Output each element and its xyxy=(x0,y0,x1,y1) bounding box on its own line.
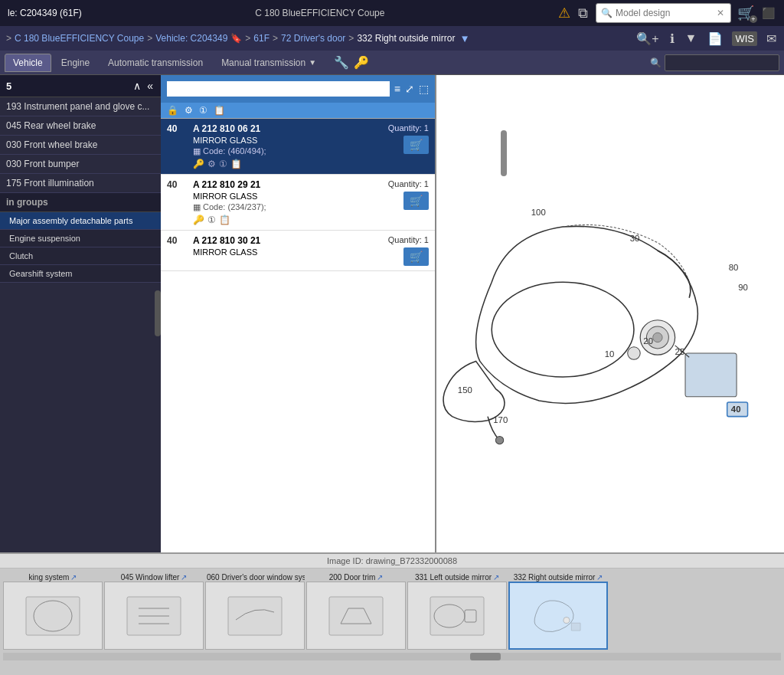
parts-search-input[interactable] xyxy=(167,81,390,97)
breadcrumb-current: 332 Right outside mirror xyxy=(357,33,455,44)
sidebar-item-2[interactable]: 030 Front wheel brake xyxy=(0,136,161,155)
tab-vehicle[interactable]: Vehicle xyxy=(5,54,51,72)
ext-link-icon-3[interactable]: ↗ xyxy=(377,573,383,582)
sidebar-scrollbar[interactable] xyxy=(155,290,161,336)
ext-link-icon-4[interactable]: ↗ xyxy=(493,573,499,582)
thumbnail-item-0[interactable]: king system ↗ xyxy=(3,572,103,650)
top-extra-button[interactable]: ⬛ xyxy=(760,5,776,21)
breadcrumb-vehicle-model[interactable]: C 180 BlueEFFICIENCY Coupe xyxy=(15,33,144,44)
part-icon-key-0[interactable]: 🔑 xyxy=(193,159,204,169)
list-view-icon[interactable]: ≡ xyxy=(394,83,400,95)
mirror-diagram xyxy=(443,224,737,444)
label-30: 30 xyxy=(630,234,640,243)
thumbnail-item-3[interactable]: 200 Door trim ↗ xyxy=(306,572,406,650)
diagram-panel: 100 30 80 90 10 20 25 150 170 40 xyxy=(436,75,784,552)
thumbnail-label-3: 200 Door trim ↗ xyxy=(328,572,385,582)
tab-manual[interactable]: Manual transmission ▼ xyxy=(213,54,325,72)
part-icon-gear-0[interactable]: ⚙ xyxy=(207,159,216,169)
scrollbar-thumb-h[interactable] xyxy=(470,653,501,660)
part-sub-icon-info[interactable]: ① xyxy=(199,105,207,116)
breadcrumb-drivers-door[interactable]: 72 Driver's door xyxy=(281,33,345,44)
thumbnail-label-2: 060 Driver's door window system ↗ xyxy=(205,572,305,582)
part-sub-icon-settings[interactable]: ⚙ xyxy=(185,105,193,116)
sidebar-item-1[interactable]: 045 Rear wheel brake xyxy=(0,116,161,136)
part-actions-1: Quantity: 1 🛒 xyxy=(388,179,429,210)
sidebar-double-left-btn[interactable]: « xyxy=(145,78,155,93)
label-40: 40 xyxy=(731,405,741,414)
detach-icon[interactable]: ⬚ xyxy=(419,83,429,95)
model-search-input[interactable] xyxy=(616,8,715,18)
ext-link-icon-5[interactable]: ↗ xyxy=(596,573,603,582)
breadcrumb-61f[interactable]: 61F xyxy=(253,33,270,44)
tab-manual-dropdown-icon[interactable]: ▼ xyxy=(309,58,316,67)
top-bar: le: C204349 (61F) C 180 BlueEFFICIENCY C… xyxy=(0,0,784,26)
tools2-icon[interactable]: 🔑 xyxy=(352,54,371,71)
filter-button[interactable]: ▼ xyxy=(684,30,699,47)
wis-button[interactable]: WIS xyxy=(732,31,757,46)
sidebar-sub-item-2[interactable]: Clutch xyxy=(0,247,161,265)
horizontal-scrollbar[interactable] xyxy=(3,653,781,660)
tab-engine[interactable]: Engine xyxy=(53,54,98,72)
ext-link-icon-0[interactable]: ↗ xyxy=(70,573,77,582)
nav-tabs: Vehicle Engine Automatic transmission Ma… xyxy=(0,51,784,75)
thumbnail-img-1 xyxy=(104,582,204,650)
ext-link-icon-1[interactable]: ↗ xyxy=(181,573,187,582)
part-icon-doc-0[interactable]: 📋 xyxy=(230,159,242,169)
thumbnail-label-1: 045 Window lifter ↗ xyxy=(119,572,189,582)
cart-button[interactable]: 🛒 + xyxy=(737,5,754,21)
part-qty-1: Quantity: 1 xyxy=(388,179,429,188)
tools-icon[interactable]: 🔧 xyxy=(332,54,351,71)
add-to-cart-btn-2[interactable]: 🛒 xyxy=(403,247,429,266)
vehicle-bookmark-icon[interactable]: 🔖 xyxy=(230,33,242,44)
part-icon-info-1[interactable]: ① xyxy=(207,215,216,225)
sidebar-item-label-2: 030 Front wheel brake xyxy=(6,139,97,150)
svg-rect-20 xyxy=(571,623,580,631)
thumbnail-item-1[interactable]: 045 Window lifter ↗ xyxy=(104,572,204,650)
svg-rect-14 xyxy=(228,597,282,635)
warning-icon[interactable]: ⚠ xyxy=(558,5,570,21)
copy-button[interactable]: ⧉ xyxy=(577,4,590,23)
part-detail-text-0: Code: (460/494); xyxy=(203,146,266,156)
part-detail-0: ▦ Code: (460/494); xyxy=(193,146,384,156)
add-to-cart-btn-0[interactable]: 🛒 xyxy=(403,136,429,154)
part-icon-doc-1[interactable]: 📋 xyxy=(219,215,230,225)
part-icon-key-1[interactable]: 🔑 xyxy=(193,215,204,225)
parts-scrollbar-thumb[interactable] xyxy=(501,130,507,176)
breadcrumb-sep-start: > xyxy=(6,33,11,44)
image-id-bar: Image ID: drawing_B72332000088 xyxy=(0,554,784,569)
sidebar-collapse-btn[interactable]: ∧ xyxy=(132,78,142,93)
add-to-cart-btn-1[interactable]: 🛒 xyxy=(403,192,429,210)
part-row-2[interactable]: 40 A 212 810 30 21 MIRROR GLASS Quantity… xyxy=(161,231,435,271)
info-button[interactable]: ℹ xyxy=(668,30,676,48)
nav-search-input[interactable] xyxy=(665,54,779,71)
zoom-in-button[interactable]: 🔍+ xyxy=(635,30,660,48)
sidebar-item-4[interactable]: 175 Front illumination xyxy=(0,174,161,193)
part-sub-icon-lock[interactable]: 🔒 xyxy=(167,105,178,116)
part-row-0[interactable]: 40 A 212 810 06 21 MIRROR GLASS ▦ Code: … xyxy=(161,119,435,175)
part-icon-info-0[interactable]: ① xyxy=(219,159,227,169)
expand-icon[interactable]: ⤢ xyxy=(405,83,414,95)
sidebar-sub-item-0[interactable]: Major assembly detachable parts xyxy=(0,212,161,230)
breadcrumb-vehicle-id[interactable]: Vehicle: C204349 xyxy=(155,33,227,44)
thumbnail-item-5[interactable]: 332 Right outside mirror ↗ xyxy=(508,572,608,650)
cart-plus-icon: + xyxy=(750,15,757,23)
tab-automatic[interactable]: Automatic transmission xyxy=(100,54,211,72)
breadcrumb-dropdown-btn[interactable]: ▼ xyxy=(458,31,471,46)
part-sub-icon-doc[interactable]: 📋 xyxy=(214,105,225,116)
part-number-0: A 212 810 06 21 xyxy=(193,123,384,134)
thumbnail-item-2[interactable]: 060 Driver's door window system ↗ xyxy=(205,572,305,650)
mail-button[interactable]: ✉ xyxy=(765,30,778,48)
part-number-2: A 212 810 30 21 xyxy=(193,235,384,246)
thumbnail-item-4[interactable]: 331 Left outside mirror ↗ xyxy=(407,572,507,650)
sidebar-item-3[interactable]: 030 Front bumper xyxy=(0,155,161,174)
document-button[interactable]: 📄 xyxy=(706,30,724,48)
svg-point-6 xyxy=(628,347,641,360)
sidebar-sub-item-1[interactable]: Engine suspension xyxy=(0,230,161,247)
clear-search-button[interactable]: ✕ xyxy=(715,6,726,20)
part-info-0: A 212 810 06 21 MIRROR GLASS ▦ Code: (46… xyxy=(193,123,384,169)
part-icons-row-1: 🔑 ① 📋 xyxy=(193,215,384,225)
parts-list: 40 A 212 810 06 21 MIRROR GLASS ▦ Code: … xyxy=(161,119,435,552)
sidebar-sub-item-3[interactable]: Gearshift system xyxy=(0,265,161,283)
part-row-1[interactable]: 40 A 212 810 29 21 MIRROR GLASS ▦ Code: … xyxy=(161,175,435,231)
sidebar-item-0[interactable]: 193 Instrument panel and glove c... xyxy=(0,97,161,116)
